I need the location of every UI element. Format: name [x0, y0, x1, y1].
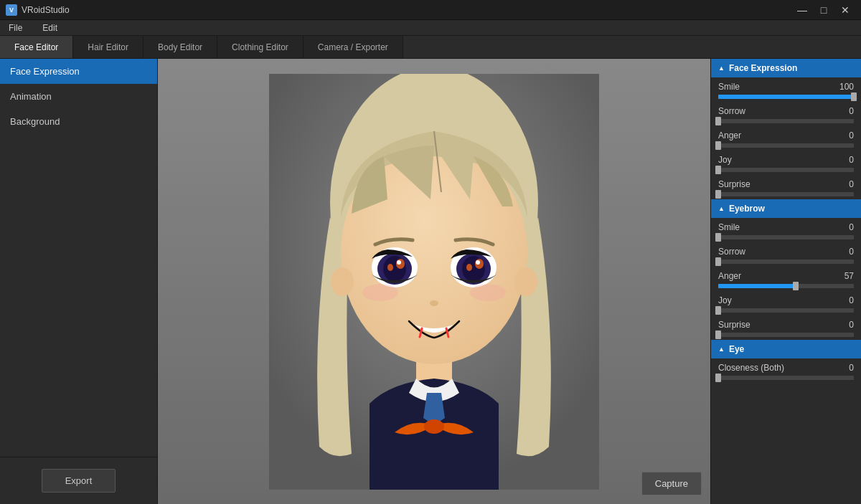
viewport-canvas — [158, 59, 710, 504]
slider-track[interactable] — [718, 260, 854, 264]
slider-value: 0 — [837, 363, 854, 373]
slider-thumb[interactable] — [715, 233, 721, 242]
tab-camera--exporter[interactable]: Camera / Exporter — [304, 36, 403, 58]
slider-thumb[interactable] — [715, 141, 721, 150]
slider-thumb[interactable] — [715, 374, 721, 382]
slider-label: Surprise — [718, 179, 751, 189]
slider-track[interactable] — [718, 168, 854, 172]
slider-track[interactable] — [718, 95, 854, 99]
slider-row: Joy0 — [711, 151, 861, 175]
section-header-eyebrow[interactable]: Eyebrow — [711, 199, 861, 218]
menubar: FileEdit — [0, 20, 861, 36]
slider-track[interactable] — [718, 284, 854, 288]
tab-face-editor[interactable]: Face Editor — [0, 36, 73, 58]
slider-value: 0 — [837, 106, 854, 116]
slider-value: 0 — [837, 295, 854, 305]
slider-value: 100 — [837, 82, 854, 92]
slider-row: Smile100 — [711, 77, 861, 102]
svg-point-16 — [476, 260, 480, 265]
slider-label-row: Anger0 — [718, 130, 854, 141]
tab-body-editor[interactable]: Body Editor — [144, 36, 217, 58]
slider-thumb[interactable] — [793, 282, 799, 290]
slider-track[interactable] — [718, 235, 854, 239]
character-render — [269, 74, 599, 490]
slider-thumb[interactable] — [715, 166, 721, 174]
window-controls: — □ ✕ — [792, 3, 855, 17]
svg-point-9 — [387, 264, 393, 271]
tabbar: Face EditorHair EditorBody EditorClothin… — [0, 36, 861, 59]
capture-button[interactable]: Capture — [641, 472, 702, 495]
slider-thumb[interactable] — [715, 257, 721, 266]
slider-thumb[interactable] — [715, 306, 721, 315]
slider-label-row: Joy0 — [718, 155, 854, 165]
sidebar-items: Face ExpressionAnimationBackground — [0, 59, 157, 134]
slider-label: Closeness (Both) — [718, 363, 784, 373]
slider-value: 0 — [837, 247, 854, 257]
slider-track[interactable] — [718, 333, 854, 337]
slider-label-row: Joy0 — [718, 295, 854, 305]
menu-item-file[interactable]: File — [4, 22, 27, 34]
slider-row: Sorrow0 — [711, 242, 861, 267]
slider-row: Joy0 — [711, 291, 861, 315]
slider-row: Anger0 — [711, 126, 861, 151]
slider-track[interactable] — [718, 308, 854, 313]
slider-label-row: Smile100 — [718, 82, 854, 92]
minimize-button[interactable]: — — [792, 3, 812, 17]
tab-hair-editor[interactable]: Hair Editor — [73, 36, 144, 58]
svg-point-10 — [397, 260, 401, 265]
tab-clothing-editor[interactable]: Clothing Editor — [217, 36, 304, 58]
slider-label: Smile — [718, 222, 740, 232]
main-layout: Face ExpressionAnimationBackground Expor… — [0, 59, 861, 504]
slider-track[interactable] — [718, 119, 854, 123]
slider-row: Smile0 — [711, 218, 861, 242]
app-logo: V — [6, 4, 17, 16]
svg-point-3 — [424, 419, 444, 434]
svg-point-15 — [466, 264, 472, 271]
svg-point-17 — [430, 300, 438, 306]
slider-thumb[interactable] — [715, 117, 721, 125]
slider-track[interactable] — [718, 143, 854, 148]
sidebar: Face ExpressionAnimationBackground Expor… — [0, 59, 158, 504]
slider-thumb[interactable] — [715, 331, 721, 339]
slider-row: Surprise0 — [711, 175, 861, 199]
slider-label-row: Closeness (Both)0 — [718, 363, 854, 373]
app-title: VRoidStudio — [22, 5, 70, 15]
close-button[interactable]: ✕ — [835, 3, 855, 17]
right-panel: Face ExpressionSmile100Sorrow0Anger0Joy0… — [710, 59, 861, 504]
slider-value: 0 — [837, 320, 854, 330]
svg-point-18 — [362, 284, 398, 301]
slider-thumb[interactable] — [715, 190, 721, 199]
svg-point-19 — [470, 284, 506, 301]
slider-label-row: Sorrow0 — [718, 247, 854, 257]
svg-point-22 — [331, 267, 354, 296]
slider-label-row: Surprise0 — [718, 179, 854, 189]
slider-value: 0 — [837, 222, 854, 232]
slider-label: Sorrow — [718, 247, 745, 257]
menu-item-edit[interactable]: Edit — [38, 22, 62, 34]
maximize-button[interactable]: □ — [814, 3, 834, 17]
slider-track[interactable] — [718, 192, 854, 196]
slider-value: 0 — [837, 155, 854, 165]
slider-label: Sorrow — [718, 106, 745, 116]
section-header-eye[interactable]: Eye — [711, 340, 861, 358]
slider-label: Joy — [718, 295, 732, 305]
slider-label: Surprise — [718, 320, 751, 330]
slider-label: Smile — [718, 82, 740, 92]
sidebar-item-face-expression[interactable]: Face Expression — [0, 59, 157, 84]
titlebar: V VRoidStudio — □ ✕ — [0, 0, 861, 20]
slider-label: Joy — [718, 155, 732, 165]
sidebar-item-background[interactable]: Background — [0, 109, 157, 134]
slider-thumb[interactable] — [851, 92, 857, 101]
slider-track[interactable] — [718, 376, 854, 380]
slider-value: 57 — [837, 271, 854, 281]
svg-point-23 — [514, 267, 537, 296]
slider-label-row: Sorrow0 — [718, 106, 854, 116]
sidebar-item-animation[interactable]: Animation — [0, 84, 157, 109]
slider-row: Surprise0 — [711, 315, 861, 340]
section-header-face-expression[interactable]: Face Expression — [711, 59, 861, 77]
slider-fill — [718, 284, 796, 288]
slider-row: Closeness (Both)0 — [711, 358, 861, 383]
slider-label: Anger — [718, 130, 741, 141]
slider-label-row: Surprise0 — [718, 320, 854, 330]
export-button[interactable]: Export — [42, 469, 116, 493]
